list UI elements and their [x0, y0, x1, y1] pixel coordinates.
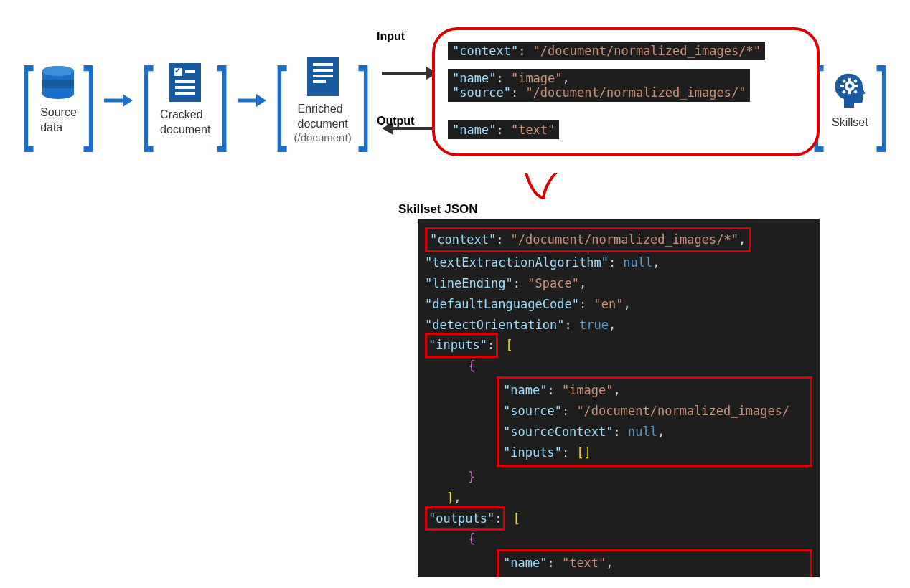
output-label: Output: [377, 115, 414, 128]
bubble-input-block: "name": "image", "source": "/document/no…: [448, 69, 750, 102]
bracket-left-icon: [: [21, 59, 34, 143]
head-gear-icon: [830, 70, 870, 110]
arrow-icon: [236, 93, 268, 108]
svg-marker-5: [256, 94, 266, 107]
outputs-red-box: "name": "text", "targetName": "text": [497, 549, 812, 577]
document-lines-icon: [307, 57, 339, 96]
svg-point-1: [42, 66, 74, 76]
bracket-left-icon: [: [275, 59, 288, 143]
svg-point-19: [848, 84, 852, 88]
svg-rect-20: [524, 171, 560, 173]
enriched-document-label: Enriched document: [297, 102, 347, 132]
bracket-right-icon: ]: [217, 59, 230, 143]
bracket-right-icon: ]: [876, 59, 889, 143]
document-checklist-icon: [169, 63, 201, 102]
source-data-label: Source data: [40, 105, 77, 136]
bubble-tail-icon: [518, 171, 568, 199]
skillset-label: Skillset: [832, 115, 868, 131]
svg-rect-14: [854, 85, 858, 87]
bracket-right-icon: ]: [83, 59, 96, 143]
svg-rect-12: [848, 90, 851, 94]
source-data-group: [ Source data ]: [14, 59, 103, 143]
enriched-doc-group: [ Enriched document (/document) ]: [268, 57, 377, 144]
svg-rect-13: [840, 85, 844, 87]
bracket-right-icon: ]: [358, 59, 371, 143]
input-label: Input: [377, 30, 414, 43]
arrow-icon: [103, 93, 134, 108]
skillset-json-panel: "context": "/document/normalized_images/…: [418, 219, 820, 577]
svg-marker-3: [123, 94, 133, 107]
enriched-document-sublabel: (/document): [294, 131, 352, 143]
skillset-json-title: Skillset JSON: [398, 202, 478, 217]
cracked-doc-group: [ Cracked document ]: [134, 59, 237, 143]
svg-rect-11: [848, 78, 851, 82]
inputs-red-box: "name": "image", "source": "/document/no…: [497, 376, 812, 467]
io-labels: Input Output: [377, 30, 414, 128]
database-icon: [40, 65, 76, 100]
cracked-document-label: Cracked document: [160, 108, 210, 138]
bracket-left-icon: [: [141, 59, 154, 143]
bubble-output-line: "name": "text": [448, 120, 559, 139]
bubble-context-line: "context": "/document/normalized_images/…: [448, 42, 765, 60]
callout-bubble: "context": "/document/normalized_images/…: [432, 27, 820, 178]
